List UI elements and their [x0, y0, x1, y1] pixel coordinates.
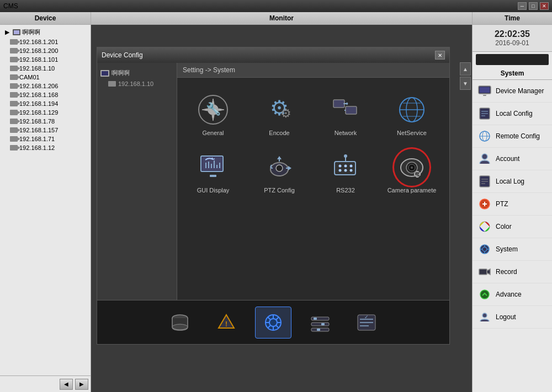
svg-rect-5	[333, 100, 344, 108]
system-bottom-label: System	[496, 245, 518, 253]
monitor-content: Device Config ✕ 啊啊啊 192.168.1.10	[91, 25, 472, 392]
device-item-label: 192.168.1.201	[19, 39, 58, 45]
device-item[interactable]: 192.168.1.206	[1, 82, 89, 90]
scroll-down-button[interactable]: ▼	[460, 77, 471, 90]
right-bottom-system[interactable]: System	[473, 238, 552, 261]
maximize-button[interactable]: □	[529, 2, 538, 10]
local_config-icon	[477, 106, 492, 121]
dialog-close-button[interactable]: ✕	[435, 51, 445, 60]
scroll-up-button[interactable]: ▲	[460, 62, 471, 76]
dialog-icon-rs232[interactable]: RS232	[315, 146, 376, 198]
svg-point-17	[276, 165, 283, 171]
right-bottom-logout[interactable]: Logout	[473, 306, 552, 329]
device-item-icon	[10, 39, 18, 45]
svg-point-26	[350, 169, 353, 172]
dialog-tree-group[interactable]: 啊啊啊	[99, 67, 174, 79]
bottom-tab-alarm[interactable]: !	[209, 307, 244, 338]
dialog-tree: 啊啊啊 192.168.1.10	[97, 63, 177, 300]
bottom-tab-info[interactable]: ✓	[349, 307, 384, 338]
encode-icon-label: Encode	[269, 130, 289, 136]
dialog-icon-gui_display[interactable]: GUI Display	[183, 146, 243, 198]
dialog-tree-item[interactable]: 192.168.1.10	[99, 79, 174, 89]
color-bar	[476, 54, 549, 65]
device-item-label: 192.168.1.10	[19, 65, 55, 72]
local_log-label: Local Log	[496, 178, 524, 185]
dialog-icon-network[interactable]: Network	[315, 89, 376, 141]
close-button[interactable]: ✕	[540, 2, 549, 10]
right-bottom-record[interactable]: Record	[473, 261, 552, 283]
right-menu-remote_config[interactable]: Remote Config	[473, 125, 552, 148]
ptz_config-icon-label: PTZ Config	[264, 187, 295, 194]
time-panel-header: Time	[473, 12, 552, 25]
device-item-label: 192.168.1.71	[19, 136, 55, 142]
logout-bottom-icon	[477, 309, 492, 325]
right-menu-local_log[interactable]: Local Log	[473, 170, 552, 193]
svg-text:🔧: 🔧	[206, 101, 221, 116]
svg-rect-6	[346, 106, 357, 114]
device-item[interactable]: 192.168.1.101	[1, 55, 89, 64]
storage-tab-icon	[168, 310, 192, 335]
right-bottom-color[interactable]: Color	[473, 216, 552, 238]
monitor-panel: Monitor Device Config ✕ 啊啊啊	[91, 12, 472, 392]
system-section-label: System	[473, 67, 552, 80]
scroll-controls: ▲ ▼	[460, 62, 472, 90]
device-item[interactable]: 192.168.1.194	[1, 99, 89, 108]
next-page-button[interactable]: ▶	[75, 379, 88, 390]
device-item[interactable]: 192.168.1.129	[1, 108, 89, 117]
svg-rect-54	[483, 95, 486, 96]
right-menu-device_manager[interactable]: Device Manager	[473, 80, 552, 103]
bottom-tab-system[interactable]	[255, 307, 291, 339]
general-icon-label: General	[202, 130, 224, 136]
device-item[interactable]: 192.168.1.201	[1, 37, 89, 46]
gui_display-icon-label: GUI Display	[197, 187, 230, 194]
remote_config-icon	[477, 128, 492, 144]
camera-param-highlight	[392, 147, 431, 187]
device-item-icon	[10, 119, 18, 124]
bottom-tab-storage[interactable]	[162, 307, 198, 338]
device-item[interactable]: 192.168.1.200	[1, 46, 89, 55]
dialog-icon-netservice[interactable]: NetService	[381, 89, 442, 141]
right-bottom-advance[interactable]: Advance	[473, 283, 552, 306]
advance-bottom-icon	[477, 287, 492, 302]
device-item[interactable]: 192.168.1.78	[1, 117, 89, 126]
device-item[interactable]: 192.168.1.12	[1, 143, 89, 152]
netservice-icon	[395, 93, 428, 126]
camera_param-icon	[395, 151, 428, 184]
advanced-tab-icon	[308, 310, 332, 335]
record-bottom-label: Record	[496, 268, 517, 276]
device-item-label: 192.168.1.194	[19, 100, 58, 107]
bottom-tab-advanced[interactable]	[302, 307, 338, 338]
prev-page-button[interactable]: ◀	[60, 379, 73, 390]
dialog-titlebar: Device Config ✕	[97, 47, 449, 63]
device-item[interactable]: 192.168.1.71	[1, 135, 89, 143]
device-footer: ◀ ▶	[0, 375, 91, 392]
device-item[interactable]: 192.168.1.10	[1, 64, 89, 73]
local_log-icon	[477, 174, 492, 189]
tree-monitor-icon	[100, 70, 109, 77]
dialog-icon-camera_param[interactable]: Camera paramete	[381, 146, 442, 198]
svg-rect-41	[311, 323, 329, 326]
right-menu-local_config[interactable]: Local Config	[473, 103, 552, 125]
svg-point-22	[344, 165, 347, 168]
gui_display-icon	[197, 151, 230, 184]
dialog-icon-general[interactable]: 🔧 General	[183, 89, 243, 141]
device-item[interactable]: 192.168.1.157	[1, 126, 89, 135]
device-item-icon	[10, 74, 18, 80]
right-menu-account[interactable]: Account	[473, 148, 552, 170]
device-list: ▶ 啊啊啊 192.168.1.201192.168.1.200192.168.…	[0, 25, 91, 375]
device-item[interactable]: CAM01	[1, 73, 89, 82]
device_manager-label: Device Manager	[496, 87, 544, 95]
right-bottom-ptz[interactable]: PTZ	[473, 193, 552, 216]
system-bottom-icon	[477, 241, 492, 257]
dialog-icon-ptz_config[interactable]: PTZ Config	[249, 146, 310, 198]
device-item[interactable]: 192.168.1.168	[1, 90, 89, 99]
device-group-label: 啊啊啊	[22, 28, 40, 36]
minimize-button[interactable]: ─	[518, 2, 527, 10]
device-group-root[interactable]: ▶ 啊啊啊	[1, 27, 89, 37]
main-layout: Device ▶ 啊啊啊 192.168.1.201192.168.1.2001…	[0, 12, 552, 392]
svg-point-21	[339, 165, 342, 168]
device-item-icon	[10, 101, 18, 106]
dialog-icon-encode[interactable]: ⚙ ⚙ Encode	[249, 89, 310, 141]
device-item-label: 192.168.1.200	[19, 47, 58, 54]
window-controls: ─ □ ✕	[518, 2, 549, 10]
